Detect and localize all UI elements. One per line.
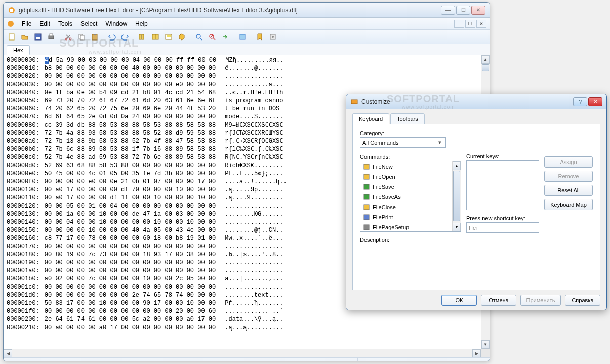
dialog-help-button[interactable]: ? [573,97,587,106]
menubar: File Edit Tools Select Window Help — ❐ ✕ [4,18,490,30]
command-icon [362,183,371,191]
view-columns-button[interactable] [136,31,148,43]
hex-row[interactable]: 00000210:00 a0 00 00 00 a0 17 00 00 00 0… [7,323,478,332]
command-item[interactable]: FileSave [360,182,452,192]
undo-button[interactable] [106,31,118,43]
command-item[interactable]: FilePageSetup [360,222,452,231]
category-combo[interactable]: All Commands ▾ [360,137,446,148]
cancel-button[interactable]: Отмена [481,295,516,306]
keyboard-panel: Category: All Commands ▾ Commands: FileN… [352,124,600,298]
tab-hex[interactable]: Hex [7,45,30,55]
statusbar: Ready Pos. 0x00000000 of 0x0019f200 No s… [4,357,490,361]
dialog-icon [350,98,358,106]
svg-rect-7 [50,34,53,36]
hex-row[interactable]: 00000200:2e 64 61 74 61 00 00 00 5c a2 0… [7,315,478,323]
redo-button[interactable] [119,31,131,43]
view-highlight-button[interactable] [162,31,175,43]
svg-rect-32 [364,194,369,199]
scroll-up-button[interactable]: ▲ [481,55,490,64]
svg-point-20 [196,34,200,38]
hex-row[interactable]: 00000000:4d 5a 90 00 03 00 00 00 04 00 0… [7,56,478,64]
svg-point-2 [8,21,14,27]
view-split-button[interactable] [149,31,161,43]
menu-select[interactable]: Select [76,19,101,29]
scroll-down-button[interactable]: ▼ [481,340,490,349]
tab-toolbars[interactable]: Toolbars [390,113,425,124]
ok-button[interactable]: ОК [441,295,477,306]
mdi-minimize-button[interactable]: — [454,20,464,28]
replace-button[interactable] [206,31,218,43]
current-keys-listbox[interactable] [466,160,539,210]
scroll-right-button[interactable]: ▶ [472,349,481,357]
save-button[interactable] [32,31,44,43]
command-item[interactable]: FileNew [360,161,452,172]
customize-dialog: Customize ? ✕ Keyboard Toolbars Category… [346,94,607,310]
apply-button[interactable]: Применить [520,295,561,306]
commands-listbox[interactable]: FileNewFileOpenFileSaveFileSaveAsFileClo… [360,161,461,232]
reset-all-button[interactable]: Reset All [544,185,593,196]
svg-rect-34 [364,215,369,220]
dialog-close-button[interactable]: ✕ [588,97,602,106]
close-button[interactable]: ✕ [471,6,485,15]
view-3d-button[interactable] [176,31,188,43]
remove-button[interactable]: Remove [544,171,593,182]
mdi-close-button[interactable]: ✕ [476,20,486,28]
hex-row[interactable]: 00000020:00 00 00 00 00 00 00 00 00 00 0… [7,72,478,80]
maximize-button[interactable]: ☐ [456,6,470,15]
shortcut-placeholder: Нет [469,225,478,231]
open-file-button[interactable] [19,31,31,43]
svg-rect-6 [49,36,54,39]
mdi-restore-button[interactable]: ❐ [465,20,475,28]
goto-button[interactable] [219,31,231,43]
category-label: Category: [360,130,461,136]
dialog-titlebar[interactable]: Customize ? ✕ [346,94,606,109]
svg-rect-14 [139,34,141,39]
print-button[interactable] [45,31,57,43]
cut-button[interactable] [62,31,74,43]
window-title: gdiplus.dll - HHD Software Free Hex Edit… [19,7,441,14]
horizontal-scrollbar[interactable]: ◀ ▶ [4,349,490,357]
command-item[interactable]: FilePrint [360,212,452,222]
svg-rect-25 [240,34,245,39]
paste-button[interactable] [89,31,101,43]
menu-edit[interactable]: Edit [35,19,54,29]
hex-row[interactable]: 00000030:00 00 00 00 00 00 00 00 00 00 0… [7,80,478,89]
tab-keyboard[interactable]: Keyboard [352,113,389,124]
commands-scroll-thumb[interactable] [453,171,460,221]
command-item[interactable]: FileClose [360,202,452,212]
main-titlebar[interactable]: gdiplus.dll - HHD Software Free Hex Edit… [4,3,490,18]
scroll-left-button[interactable]: ◀ [4,349,12,357]
svg-line-21 [200,38,202,40]
commands-scroll-up[interactable]: ▲ [453,161,461,170]
svg-line-24 [211,35,213,37]
bookmark-button[interactable] [254,31,266,43]
copy-button[interactable] [75,31,88,43]
status-ready: Ready [4,358,216,361]
keyboard-map-button[interactable]: Keyboard Map [544,199,593,210]
menu-tools[interactable]: Tools [54,19,76,29]
svg-rect-29 [364,164,369,169]
select-all-button[interactable] [236,31,249,43]
shortcut-input[interactable]: Нет [466,222,539,233]
options-button[interactable] [267,31,279,43]
command-item[interactable]: FileOpen [360,172,452,182]
hex-row[interactable]: 00000010:b8 00 00 00 00 00 00 00 40 00 0… [7,64,478,72]
find-button[interactable] [193,31,205,43]
help-button[interactable]: Справка [565,295,600,306]
svg-rect-3 [9,34,14,40]
scroll-thumb[interactable] [482,64,489,71]
svg-rect-11 [80,35,84,40]
menu-file[interactable]: File [18,19,35,29]
commands-scroll-down[interactable]: ▼ [453,223,461,231]
assign-button[interactable]: Assign [544,156,593,168]
minimize-button[interactable]: — [441,6,455,15]
command-label: FileNew [373,164,393,170]
menu-window[interactable]: Window [101,19,131,29]
commands-scrollbar[interactable]: ▲ ▼ [452,161,461,231]
status-selection: No selection [358,358,464,361]
svg-point-27 [272,36,274,38]
command-icon [362,213,371,221]
new-file-button[interactable] [6,31,18,43]
menu-help[interactable]: Help [131,19,152,29]
command-item[interactable]: FileSaveAs [360,192,452,202]
